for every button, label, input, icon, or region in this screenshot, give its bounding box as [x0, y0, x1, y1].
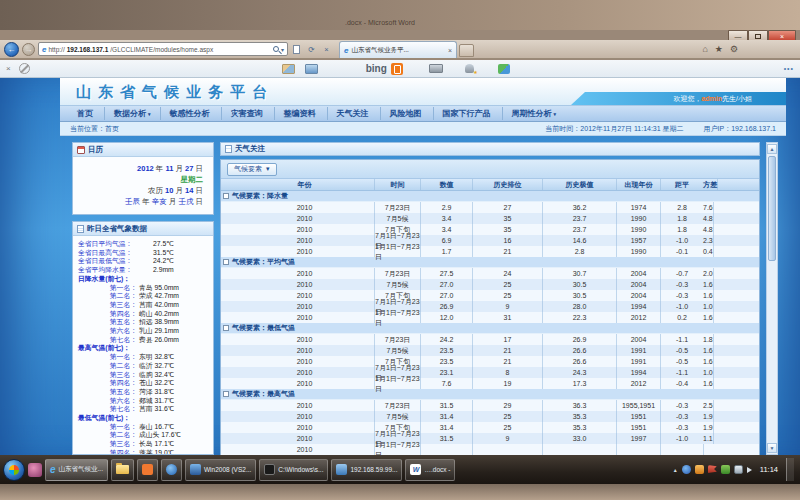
camera-icon[interactable]: [429, 64, 443, 73]
back-button[interactable]: ←: [4, 42, 19, 57]
address-bar[interactable]: e http://192.168.137.1/GLCCLIMATE/module…: [38, 42, 288, 56]
table-cell: 24.2: [421, 334, 473, 345]
taskbar-ie-button[interactable]: e 山东省气候业...: [45, 459, 108, 481]
table-row: 2010 7月下旬 23.5 21: [221, 356, 759, 367]
url-path: /GLCCLIMATE/modules/home.aspx: [110, 46, 213, 53]
calendar-text: 壬辰: [125, 197, 140, 206]
search-icon[interactable]: [273, 46, 279, 52]
menu-item[interactable]: 周期性分析 ▾: [502, 107, 566, 120]
taskbar-window-button[interactable]: C:\Windows\s...: [259, 459, 328, 481]
browser-tab[interactable]: e 山东省气候业务平... ×: [339, 41, 457, 58]
calendar-panel-header: 日历: [73, 143, 213, 157]
home-icon[interactable]: ⌂: [702, 44, 707, 54]
new-tab-button[interactable]: [459, 44, 474, 57]
browser-navigation-bar: ← → e http://192.168.137.1/GLCCLIMATE/mo…: [0, 40, 800, 59]
table-cell: 2010: [235, 279, 375, 290]
scrollbar-thumb[interactable]: [768, 156, 776, 261]
current-time-label: 当前时间：2012年11月27日 11:14:31 星期二: [545, 124, 683, 134]
table-cell: -1.0: [661, 235, 703, 246]
rank-label: 第四名：: [73, 310, 137, 319]
bing-logo[interactable]: bing: [366, 63, 387, 74]
share-icon[interactable]: [305, 64, 318, 74]
calendar-icon: [77, 146, 85, 154]
table-cell: 2010: [235, 433, 375, 444]
welcome-prefix: 欢迎您，: [673, 94, 701, 104]
table-cell: 1.0: [703, 367, 714, 378]
forward-button[interactable]: →: [22, 43, 35, 56]
menu-item[interactable]: 首页: [68, 107, 104, 120]
table-cell: 26.9: [543, 334, 617, 345]
section-checkbox[interactable]: [223, 259, 229, 265]
vertical-scrollbar[interactable]: ▲ ▼: [766, 142, 778, 455]
rank-label: 第三名：: [73, 440, 137, 449]
table-cell: 16: [473, 235, 543, 246]
table-cell: 21: [473, 246, 543, 257]
climate-element-filter-button[interactable]: 气候要素 ▾: [227, 163, 277, 176]
main-panel-body: 气候要素 ▾ 年份 时间 数值: [220, 159, 760, 455]
menu-item[interactable]: 敏感性分析: [160, 107, 221, 120]
table-cell: 27.5: [421, 268, 473, 279]
mail-icon[interactable]: [282, 64, 295, 74]
table-cell: [421, 444, 473, 455]
scroll-up-arrow[interactable]: ▲: [767, 144, 777, 154]
taskbar-window-button[interactable]: 192.168.59.99...: [331, 459, 402, 481]
address-dropdown-icon[interactable]: ▾: [281, 46, 284, 53]
rank-group-title: 最高气温(前七)：: [73, 344, 213, 353]
section-checkbox[interactable]: [223, 391, 229, 397]
menu-item[interactable]: 灾害查询: [221, 107, 274, 120]
taskbar-window-button[interactable]: Win2008 (VS2...: [185, 459, 256, 481]
taskbar-clock[interactable]: 11:14: [756, 465, 782, 474]
addons-icon[interactable]: [498, 64, 510, 74]
menu-item[interactable]: 整编资料: [274, 107, 327, 120]
tab-close-icon[interactable]: ×: [448, 47, 452, 54]
gear-icon[interactable]: ⚙: [730, 44, 738, 54]
volume-icon[interactable]: [747, 467, 752, 473]
more-options-icon[interactable]: •••: [784, 65, 794, 72]
close-toolbar-icon[interactable]: ×: [6, 64, 11, 73]
update-tray-icon[interactable]: [721, 465, 730, 474]
action-center-flag-icon[interactable]: [708, 465, 717, 474]
table-cell: 25: [473, 279, 543, 290]
taskbar-window-button[interactable]: W ….docx -: [405, 459, 455, 481]
orange-app-icon[interactable]: [391, 63, 403, 75]
network-icon[interactable]: [734, 465, 743, 474]
messenger-tray-icon[interactable]: [682, 465, 691, 474]
taskbar-browser2-button[interactable]: [161, 459, 182, 481]
table-cell: 2.0: [703, 268, 714, 279]
start-button[interactable]: [3, 459, 25, 481]
rank-value: 泰山 16.7℃: [137, 423, 174, 432]
table-cell: 30.5: [543, 279, 617, 290]
scroll-down-arrow[interactable]: ▼: [767, 443, 777, 453]
menu-item[interactable]: 数据分析 ▾: [104, 107, 160, 120]
menu-item[interactable]: 天气关注: [327, 107, 380, 120]
show-desktop-button[interactable]: [786, 458, 794, 481]
refresh-button[interactable]: ⟳: [305, 43, 318, 56]
menu-item[interactable]: 国家下行产品: [433, 107, 502, 120]
table-cell: 24: [473, 268, 543, 279]
stop-button[interactable]: ×: [320, 43, 333, 56]
table-row: 2010 7月1日~7月23日 26.9 9: [221, 301, 759, 312]
table-cell: 1990: [617, 213, 661, 224]
hidden-icons-arrow[interactable]: ▲: [673, 467, 678, 473]
taskbar-ie-label: 山东省气候业...: [59, 465, 103, 474]
table-cell: -1.1: [661, 367, 703, 378]
taskbar-media-button[interactable]: [137, 459, 158, 481]
breadcrumb-bar: 当前位置：首页 当前时间：2012年11月27日 11:14:31 星期二 用户…: [60, 122, 786, 136]
calendar-text: 辛亥: [152, 197, 167, 206]
security-tray-icon[interactable]: [695, 465, 704, 474]
favorites-star-icon[interactable]: ★: [715, 44, 723, 54]
table-cell: 2.5: [703, 400, 714, 411]
taskbar-explorer-button[interactable]: [111, 459, 134, 481]
section-checkbox[interactable]: [223, 325, 229, 331]
table-cell: 2010: [235, 400, 375, 411]
section-checkbox[interactable]: [223, 193, 229, 199]
table-cell: 2010: [235, 367, 375, 378]
compatibility-button[interactable]: [290, 43, 303, 56]
calendar-text: 农历: [148, 186, 165, 195]
calendar-text: 月: [175, 164, 185, 173]
rank-label: 第六名：: [73, 327, 137, 336]
contact-icon[interactable]: [465, 64, 474, 73]
pinned-app-icon[interactable]: [28, 463, 42, 477]
menu-item[interactable]: 风险地图: [380, 107, 433, 120]
app-icon: [264, 464, 275, 475]
